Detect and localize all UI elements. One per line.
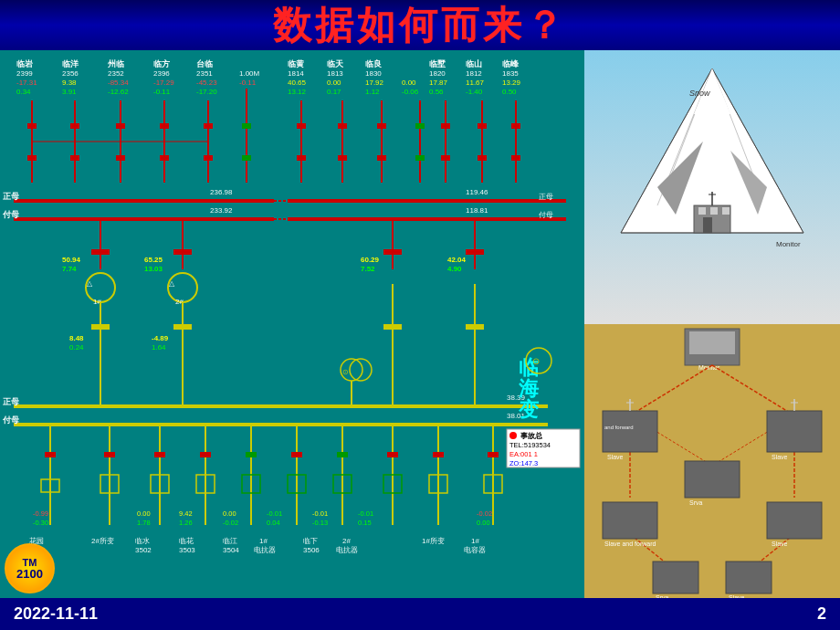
slide-number: 2 [817, 604, 826, 624]
svg-text:0.50: 0.50 [502, 88, 517, 96]
svg-text:-4.89: -4.89 [152, 334, 169, 342]
svg-text:0.00: 0.00 [223, 509, 236, 518]
svg-text:△: △ [169, 279, 175, 288]
svg-text:-1.40: -1.40 [466, 88, 483, 96]
svg-text:-0.01: -0.01 [358, 509, 373, 518]
svg-text:0.00: 0.00 [402, 79, 416, 87]
svg-text:Srva: Srva [689, 499, 703, 506]
svg-text:0.00: 0.00 [327, 79, 341, 87]
svg-text:海: 海 [519, 377, 540, 400]
page-title: 数据如何而来？ [273, 0, 567, 51]
svg-rect-266 [653, 562, 698, 593]
svg-text:临山: 临山 [466, 59, 482, 68]
svg-rect-162 [154, 452, 165, 457]
svg-rect-65 [27, 155, 37, 161]
svg-text:正母: 正母 [3, 192, 20, 201]
svg-text:13.29: 13.29 [502, 79, 521, 87]
svg-rect-168 [433, 452, 444, 457]
svg-rect-264 [767, 502, 822, 539]
tm-2100-text: 2100 [16, 568, 43, 580]
svg-rect-70 [242, 155, 251, 161]
svg-text:电容器: 电容器 [464, 546, 486, 554]
svg-rect-59 [204, 123, 213, 129]
svg-text:临方: 临方 [153, 58, 171, 68]
svg-text:临良: 临良 [365, 58, 383, 68]
svg-text:-17.31: -17.31 [16, 79, 37, 87]
svg-text:50.94: 50.94 [62, 256, 81, 264]
svg-rect-69 [204, 155, 213, 161]
svg-rect-68 [160, 155, 169, 161]
svg-text:1#: 1# [471, 537, 479, 545]
svg-rect-114 [173, 249, 192, 255]
svg-text:118.81: 118.81 [466, 206, 488, 215]
svg-text:临江: 临江 [223, 537, 237, 545]
svg-text:3.91: 3.91 [62, 88, 77, 96]
svg-text:1.12: 1.12 [365, 88, 380, 96]
svg-text:1835: 1835 [502, 69, 519, 78]
svg-rect-161 [104, 452, 115, 457]
svg-rect-58 [160, 123, 169, 129]
svg-text:1#所变: 1#所变 [422, 537, 445, 545]
svg-rect-93 [415, 123, 425, 129]
svg-rect-90 [297, 123, 306, 129]
svg-text:233.92: 233.92 [210, 206, 233, 215]
svg-text:⊙: ⊙ [532, 356, 540, 366]
svg-rect-121 [383, 249, 402, 255]
svg-text:1#: 1# [259, 537, 268, 545]
svg-text:付母: 付母 [2, 210, 20, 219]
svg-text:0.00: 0.00 [477, 519, 490, 527]
svg-text:119.46: 119.46 [466, 188, 488, 196]
svg-rect-164 [246, 452, 257, 457]
content-area: 临岩 2399 -17.31 0.34 临洋 2356 9.38 3.91 州临… [0, 50, 840, 598]
svg-text:60.29: 60.29 [361, 256, 380, 264]
svg-rect-98 [338, 155, 347, 161]
svg-text:ZO:147.3: ZO:147.3 [509, 459, 538, 467]
svg-text:3506: 3506 [303, 546, 320, 554]
svg-text:2396: 2396 [153, 69, 170, 78]
svg-text:正母: 正母 [3, 397, 20, 406]
svg-text:-17.20: -17.20 [196, 88, 217, 96]
svg-point-218 [509, 432, 517, 439]
svg-text:-0.01: -0.01 [267, 509, 282, 518]
svg-text:临岩: 临岩 [16, 59, 34, 68]
svg-rect-99 [377, 155, 386, 161]
mountain-illustration: Snow Monitor [584, 50, 840, 324]
svg-text:△: △ [87, 279, 93, 288]
svg-rect-262 [603, 502, 657, 539]
svg-rect-102 [478, 155, 487, 161]
svg-rect-67 [116, 155, 125, 161]
svg-text:-0.01: -0.01 [312, 509, 328, 518]
diagram-panel: 临岩 2399 -17.31 0.34 临洋 2356 9.38 3.91 州临… [0, 50, 584, 598]
svg-text:付母: 付母 [2, 415, 20, 425]
svg-text:4.90: 4.90 [447, 265, 462, 273]
svg-rect-55 [27, 123, 37, 129]
svg-rect-135 [91, 324, 110, 330]
svg-text:236.98: 236.98 [210, 188, 233, 196]
network-diagram: Monitor Slave and forward Slave [584, 324, 840, 598]
svg-rect-66 [70, 155, 79, 161]
svg-text:9.42: 9.42 [179, 509, 193, 518]
svg-rect-236 [710, 207, 718, 215]
svg-text:1814: 1814 [288, 69, 304, 78]
svg-text:临峰: 临峰 [502, 59, 520, 68]
svg-text:变: 变 [519, 398, 540, 421]
svg-text:EA:001 1: EA:001 1 [509, 450, 538, 458]
svg-text:Monitor: Monitor [776, 240, 801, 248]
svg-text:临水: 临水 [135, 537, 150, 545]
svg-text:-0.13: -0.13 [312, 519, 328, 527]
svg-text:-45.23: -45.23 [196, 79, 217, 87]
svg-rect-165 [291, 452, 302, 457]
svg-rect-169 [488, 452, 499, 457]
svg-text:0.15: 0.15 [358, 519, 372, 527]
svg-text:7.52: 7.52 [361, 265, 375, 273]
svg-text:付母: 付母 [539, 211, 553, 219]
svg-text:事故总: 事故总 [520, 432, 543, 440]
svg-rect-0 [0, 50, 584, 598]
tm-logo: TM 2100 [5, 543, 55, 593]
svg-text:65.25: 65.25 [144, 256, 163, 264]
svg-text:1.78: 1.78 [137, 519, 151, 527]
svg-text:1.64: 1.64 [152, 343, 166, 352]
svg-text:-0.99: -0.99 [33, 509, 48, 518]
svg-text:Slave and forward: Slave and forward [604, 541, 656, 547]
svg-text:-0.30: -0.30 [33, 519, 48, 527]
